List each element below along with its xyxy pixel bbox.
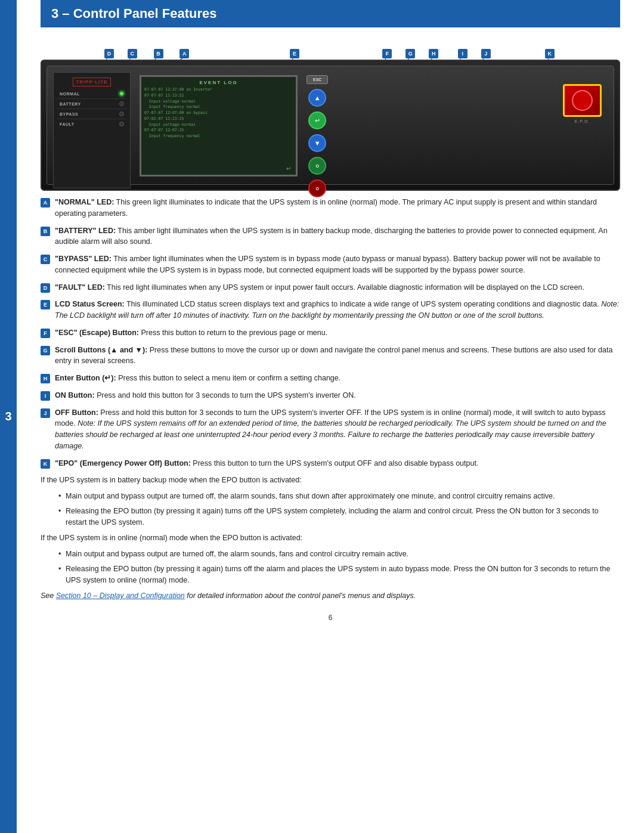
- ups-panel-graphic: TRIPP·LITE NORMAL BATTERY BYPASS: [41, 60, 620, 191]
- battery-led: [119, 101, 124, 106]
- desc-item-I: I ON Button: Press and hold this button …: [41, 390, 620, 401]
- desc-item-F: F "ESC" (Escape) Button: Press this butt…: [41, 327, 620, 339]
- bypass-led-row: BYPASS: [57, 112, 126, 116]
- desc-item-A: A "NORMAL" LED: This green light illumin…: [41, 197, 620, 219]
- epo-battery-bullet-2: Releasing the EPO button (by pressing it…: [58, 506, 620, 528]
- desc-item-J: J OFF Button: Press and hold this button…: [41, 407, 620, 452]
- top-labels-row: D C B A E F G: [41, 38, 620, 60]
- off-button[interactable]: O: [308, 179, 326, 197]
- epo-online-bullet-1: Main output and bypass output are turned…: [58, 549, 620, 560]
- enter-symbol: ↵: [286, 165, 291, 172]
- scroll-down-button[interactable]: ▼: [308, 134, 326, 152]
- lcd-title: EVENT LOG: [144, 80, 293, 85]
- battery-led-row: BATTERY: [57, 101, 126, 106]
- section-title: 3 – Control Panel Features: [51, 6, 217, 21]
- section-number: 3: [5, 410, 11, 423]
- panel-diagram: D C B A E F G: [41, 38, 620, 191]
- esc-button[interactable]: ESC: [306, 75, 328, 84]
- bypass-led: [119, 112, 124, 116]
- nav-buttons: ESC ▲ ↵ ▼ O O: [306, 75, 328, 197]
- epo-battery-header: If the UPS system is in battery backup m…: [41, 475, 620, 486]
- desc-item-H: H Enter Button (↵): Press this button to…: [41, 373, 620, 384]
- desc-item-B: B "BATTERY" LED: This amber light illumi…: [41, 225, 620, 248]
- footer-link[interactable]: Section 10 – Display and Configuration: [56, 592, 185, 600]
- epo-button[interactable]: [563, 84, 602, 117]
- epo-battery-bullet-1: Main output and bypass output are turned…: [58, 491, 620, 502]
- enter-button[interactable]: ↵: [308, 112, 326, 129]
- fault-led: [119, 122, 124, 126]
- epo-label: E.P.O.: [575, 119, 590, 123]
- page-number: 6: [41, 614, 620, 622]
- section-header: 3 – Control Panel Features: [41, 0, 620, 27]
- epo-battery-bullets: Main output and bypass output are turned…: [58, 491, 620, 528]
- fault-led-row: FAULT: [57, 122, 126, 126]
- desc-item-G: G Scroll Buttons (▲ and ▼): Press these …: [41, 345, 620, 367]
- lcd-content: 07-07-07 12:37:00 on Inverter 07-07-07 1…: [144, 87, 293, 140]
- epo-online-header: If the UPS system is in online (normal) …: [41, 532, 620, 544]
- epo-online-bullets: Main output and bypass output are turned…: [58, 549, 620, 586]
- epo-online-bullet-2: Releasing the EPO button (by pressing it…: [58, 563, 620, 586]
- epo-section: E.P.O.: [563, 84, 602, 123]
- footer-note: See Section 10 – Display and Configurati…: [41, 590, 620, 602]
- desc-item-E: E LCD Status Screen: This illuminated LC…: [41, 299, 620, 321]
- scroll-up-button[interactable]: ▲: [308, 89, 326, 107]
- normal-led-row: NORMAL: [57, 91, 126, 96]
- desc-item-K: K "EPO" (Emergency Power Off) Button: Pr…: [41, 458, 620, 469]
- on-button[interactable]: O: [308, 157, 326, 175]
- normal-led: [119, 91, 124, 96]
- leader-lines-top: [41, 38, 620, 60]
- section-tab: 3: [0, 0, 17, 833]
- led-section: TRIPP·LITE NORMAL BATTERY BYPASS: [53, 72, 131, 188]
- brand-logo: TRIPP·LITE: [73, 78, 110, 86]
- lcd-screen: EVENT LOG 07-07-07 12:37:00 on Inverter …: [140, 75, 298, 176]
- descriptions-list: A "NORMAL" LED: This green light illumin…: [41, 197, 620, 469]
- desc-item-D: D "FAULT" LED: This red light illuminate…: [41, 282, 620, 293]
- desc-item-C: C "BYPASS" LED: This amber light illumin…: [41, 253, 620, 276]
